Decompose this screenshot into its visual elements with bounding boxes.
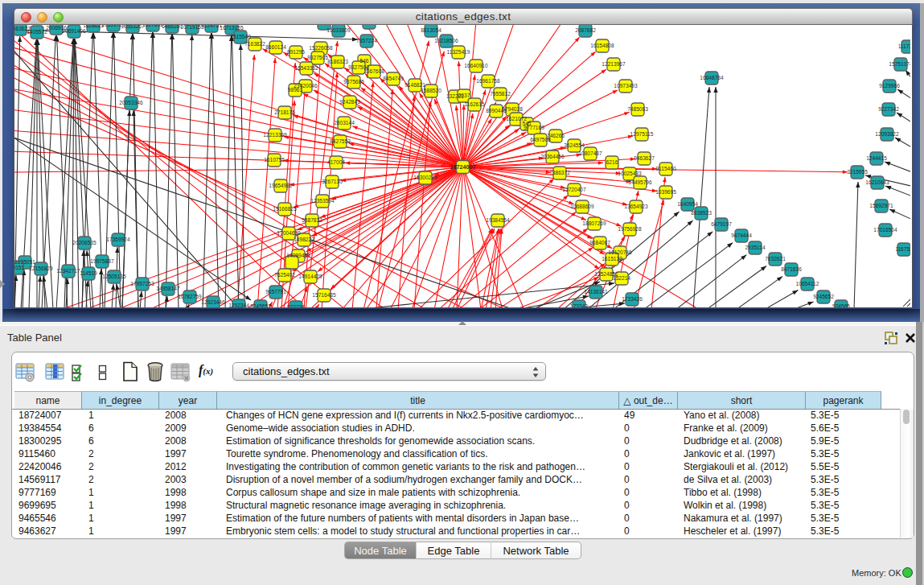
svg-text:9327505: 9327505 <box>307 55 328 60</box>
svg-text:13654923: 13654923 <box>624 204 648 209</box>
svg-text:16640910: 16640910 <box>464 63 488 68</box>
svg-text:10688609: 10688609 <box>570 204 594 209</box>
svg-text:1244415: 1244415 <box>866 155 887 161</box>
svg-text:16648784: 16648784 <box>700 75 724 80</box>
svg-text:10553267: 10553267 <box>121 25 145 29</box>
svg-text:11325419: 11325419 <box>447 49 470 55</box>
svg-text:546: 546 <box>359 58 368 64</box>
svg-text:1733426: 1733426 <box>622 296 643 302</box>
svg-text:8186323: 8186323 <box>327 59 348 64</box>
svg-text:922734: 922734 <box>287 304 305 307</box>
svg-text:9777169: 9777169 <box>524 125 544 130</box>
svg-text:8660124: 8660124 <box>265 44 286 50</box>
svg-text:12342717: 12342717 <box>56 268 80 274</box>
svg-text:6479197: 6479197 <box>711 221 732 227</box>
svg-text:98961: 98961 <box>288 87 303 93</box>
svg-text:7163822: 7163822 <box>244 41 265 47</box>
svg-text:8427552: 8427552 <box>330 138 351 144</box>
svg-text:5587832: 5587832 <box>302 217 322 223</box>
svg-text:12923446: 12923446 <box>201 299 225 305</box>
svg-text:1527602: 1527602 <box>142 25 163 27</box>
svg-text:7955812: 7955812 <box>490 91 511 97</box>
svg-text:1628623: 1628623 <box>83 25 104 28</box>
svg-text:1162615: 1162615 <box>464 101 485 107</box>
svg-text:1292344: 1292344 <box>228 303 249 307</box>
svg-text:3624554: 3624554 <box>564 142 585 148</box>
svg-text:1117362: 1117362 <box>898 43 910 49</box>
svg-text:10973493: 10973493 <box>614 83 638 89</box>
svg-text:891295: 891295 <box>287 49 305 55</box>
svg-text:8938923: 8938923 <box>691 210 712 216</box>
svg-text:7485063: 7485063 <box>627 106 648 112</box>
svg-text:114519: 114519 <box>80 270 97 276</box>
svg-text:6216: 6216 <box>606 159 618 165</box>
svg-text:16543362: 16543362 <box>294 65 318 71</box>
svg-text:2087682: 2087682 <box>575 27 596 33</box>
svg-text:116753: 116753 <box>895 246 910 252</box>
svg-text:14136141: 14136141 <box>584 289 608 295</box>
svg-text:9375685: 9375685 <box>343 79 364 84</box>
svg-text:39151: 39151 <box>14 265 24 270</box>
svg-text:9245652: 9245652 <box>813 294 834 299</box>
svg-text:9463627: 9463627 <box>634 155 655 161</box>
svg-text:16713155: 16713155 <box>220 25 244 31</box>
svg-text:7386372: 7386372 <box>549 170 570 175</box>
svg-text:15692971: 15692971 <box>869 203 893 208</box>
svg-text:1039695: 1039695 <box>655 189 676 195</box>
svg-text:7625402: 7625402 <box>274 272 295 278</box>
svg-text:2135051: 2135051 <box>14 259 35 265</box>
svg-text:19975887: 19975887 <box>90 258 114 264</box>
svg-text:14099489: 14099489 <box>286 253 310 258</box>
svg-text:7515540: 7515540 <box>230 34 251 39</box>
svg-text:2935114: 2935114 <box>745 245 766 250</box>
svg-text:10025433: 10025433 <box>618 171 642 176</box>
svg-text:12093822: 12093822 <box>875 131 899 137</box>
svg-text:8471636: 8471636 <box>781 266 802 272</box>
svg-text:173342: 173342 <box>570 303 588 307</box>
svg-text:19166825: 19166825 <box>273 206 297 212</box>
svg-text:417004: 417004 <box>327 159 345 165</box>
svg-text:2803144: 2803144 <box>334 120 355 126</box>
svg-text:9242843: 9242843 <box>339 99 360 105</box>
svg-text:16210643: 16210643 <box>865 179 889 185</box>
svg-text:1588520: 1588520 <box>421 88 441 93</box>
svg-text:9657791: 9657791 <box>265 289 286 295</box>
svg-text:17004670: 17004670 <box>277 230 301 236</box>
svg-text:14495796: 14495796 <box>628 179 652 185</box>
svg-text:16120746: 16120746 <box>608 249 632 255</box>
svg-text:12975115: 12975115 <box>630 131 654 137</box>
svg-text:8454749: 8454749 <box>383 76 404 81</box>
svg-text:9474444: 9474444 <box>731 233 752 238</box>
svg-text:12213369: 12213369 <box>263 132 287 138</box>
svg-text:924565: 924565 <box>832 303 850 307</box>
svg-text:12213967: 12213967 <box>602 61 626 67</box>
svg-text:9227342: 9227342 <box>878 106 899 112</box>
svg-text:1498222: 1498222 <box>294 237 314 242</box>
svg-text:14914479: 14914479 <box>298 274 322 279</box>
svg-text:8813054: 8813054 <box>421 27 441 33</box>
svg-text:15716485: 15716485 <box>312 292 336 298</box>
svg-text:20053346: 20053346 <box>119 100 143 105</box>
svg-text:15226058: 15226058 <box>309 45 333 51</box>
svg-text:12156829: 12156829 <box>29 266 53 271</box>
svg-text:2037: 2037 <box>458 93 470 98</box>
svg-text:9115460: 9115460 <box>655 166 676 171</box>
svg-text:1405572: 1405572 <box>27 29 47 35</box>
svg-text:16782759: 16782759 <box>178 294 202 299</box>
svg-text:9794028: 9794028 <box>502 106 523 112</box>
svg-text:17359924: 17359924 <box>106 237 130 242</box>
svg-text:3215955: 3215955 <box>847 169 868 175</box>
svg-text:19384554: 19384554 <box>486 217 510 223</box>
svg-text:19756928: 19756928 <box>618 226 642 232</box>
svg-text:12505135: 12505135 <box>102 274 126 279</box>
svg-text:12353594: 12353594 <box>310 198 335 204</box>
svg-text:18807269: 18807269 <box>582 220 606 226</box>
svg-text:10654112: 10654112 <box>796 281 819 286</box>
svg-text:20206535: 20206535 <box>72 240 97 245</box>
svg-text:7632621: 7632621 <box>765 256 786 262</box>
svg-text:152214: 152214 <box>613 275 630 281</box>
svg-text:6466160: 6466160 <box>162 25 183 29</box>
svg-text:9146821: 9146821 <box>405 82 425 88</box>
svg-text:9684067: 9684067 <box>589 240 610 245</box>
svg-text:20691406: 20691406 <box>62 28 86 34</box>
